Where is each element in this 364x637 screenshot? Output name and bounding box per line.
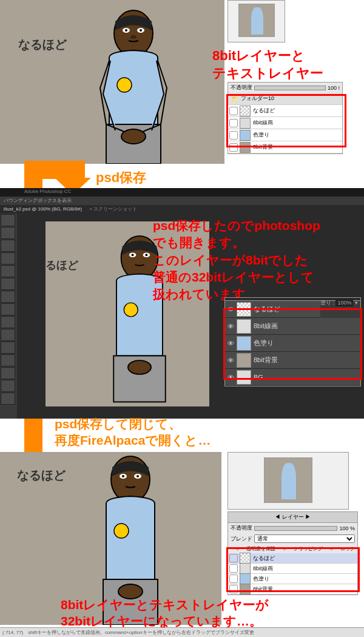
opacity-row-1: 不透明度 100 !: [228, 83, 342, 93]
status-text: ( 714, 77) shiftキーを押しながらで直線描画。command+op…: [2, 630, 254, 635]
lasso-tool-icon[interactable]: [1, 240, 15, 252]
svg-point-2: [125, 29, 127, 32]
blend-label: ブレンド: [231, 535, 252, 543]
status-bar: ( 714, 77) shiftキーを押しながらで直線描画。command+op…: [0, 627, 364, 637]
canvas-text-3: なるほど: [17, 467, 66, 484]
svg-point-4: [140, 29, 142, 32]
section3-preview-panel: [228, 452, 349, 510]
svg-point-21: [136, 475, 139, 477]
red-highlight-3: [226, 547, 360, 592]
fill-label: 塗り :: [320, 300, 334, 306]
ps-tab: illust_k2.psd @ 100% (BG, RGB/8#): [4, 206, 82, 212]
arrow2-label: psd保存して閉じて、 再度FireAlpacaで開くと…: [55, 416, 211, 449]
blend-row[interactable]: ブレンド 通常: [228, 533, 357, 544]
pen-tool-icon[interactable]: [1, 354, 15, 366]
stamp-tool-icon[interactable]: [1, 303, 15, 315]
brush-tool-icon[interactable]: [1, 291, 15, 303]
arrow1-label: psd保存: [96, 169, 146, 187]
svg-point-11: [132, 254, 134, 256]
canvas-text-2: るほど: [46, 258, 78, 272]
character-illustration-1: [73, 3, 194, 164]
svg-point-5: [130, 35, 136, 39]
ps-tab-bar[interactable]: illust_k2.psd @ 100% (BG, RGB/8#) × スクリー…: [0, 205, 364, 214]
opacity-row-3[interactable]: 不透明度 100 %: [228, 523, 357, 533]
red-highlight-2: [223, 308, 362, 380]
ps-options-bar[interactable]: バウンディングボックスを表示: [0, 197, 364, 205]
blend-select[interactable]: 通常: [254, 534, 355, 543]
svg-point-8: [121, 129, 146, 144]
svg-point-16: [128, 360, 151, 374]
ps-toolbar[interactable]: [0, 214, 17, 419]
svg-point-19: [122, 475, 124, 477]
marquee-tool-icon[interactable]: [1, 227, 15, 239]
eraser-tool-icon[interactable]: [1, 316, 15, 328]
text-tool-icon[interactable]: [1, 342, 15, 354]
svg-point-13: [146, 254, 148, 256]
annotation-2: psd保存したのでphotoshop でも開きます。 このレイヤーが8bitでし…: [153, 217, 320, 303]
zoom-tool-icon[interactable]: [1, 393, 15, 405]
wand-tool-icon[interactable]: [1, 252, 15, 265]
gradient-tool-icon[interactable]: [1, 329, 15, 341]
shape-tool-icon[interactable]: [1, 367, 15, 379]
opacity-label-1: 不透明度: [231, 84, 252, 92]
opacity-val-3: 100 %: [339, 525, 355, 531]
move-tool-icon[interactable]: [1, 214, 15, 226]
red-highlight-1: [226, 94, 346, 147]
svg-point-7: [117, 78, 132, 92]
ps-option: バウンディングボックスを表示: [4, 198, 72, 203]
ps-title-bar: Adobe Photoshop CC: [0, 188, 364, 197]
opacity-val-1: 100 !: [328, 85, 340, 91]
section1-canvas: なるほど: [0, 0, 224, 164]
fill-val: 100%: [335, 299, 353, 306]
hand-tool-icon[interactable]: [1, 380, 15, 392]
arrow-midbar: [24, 161, 85, 179]
ps-app-title: Adobe Photoshop CC: [24, 189, 71, 194]
annotation-3: 8bitレイヤーとテキストレイヤーが 32bitレイヤーになっています…。: [61, 596, 269, 630]
opacity-label-3: 不透明度: [231, 524, 252, 532]
eyedropper-tool-icon[interactable]: [1, 278, 15, 290]
crop-tool-icon[interactable]: [1, 265, 15, 277]
fa-layer-header: ◀ レイヤー ▶: [228, 512, 357, 523]
svg-point-15: [124, 303, 138, 317]
canvas-text-1: なるほど: [18, 36, 67, 53]
section1-preview-panel: [228, 0, 285, 42]
annotation-1: 8bitレイヤーと テキストレイヤー: [212, 47, 323, 82]
svg-point-23: [114, 524, 129, 538]
